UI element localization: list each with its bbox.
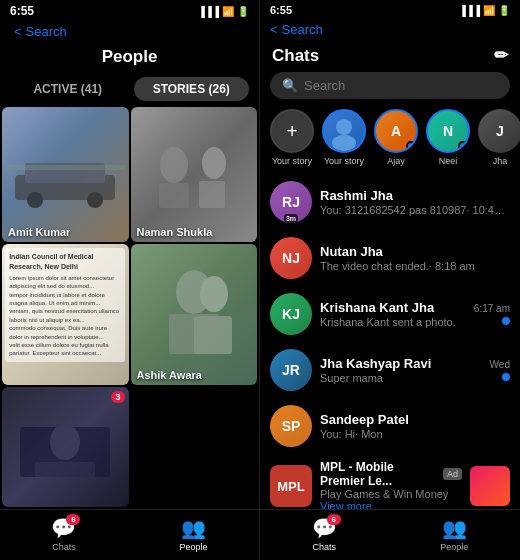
story-add[interactable]: + Your story [270,109,314,166]
chat-info-nutan: Nutan Jha The video chat ended.· 8:18 am [320,244,510,272]
svg-point-16 [336,119,352,135]
svg-point-3 [87,192,103,208]
search-input[interactable] [304,78,498,93]
nav-chats-right[interactable]: 💬 Chats 6 [312,516,337,552]
svg-rect-7 [159,183,189,208]
person-card-2[interactable]: Naman Shukla [131,107,258,242]
chat-info-kashyap: Jha Kashyap Ravi Super mama [320,356,482,384]
person-card-1[interactable]: Amit Kumar [2,107,129,242]
people-icon-right: 👥 [442,516,467,540]
chat-avatar-nutan: NJ [270,237,312,279]
chat-list: RJ 3m Rashmi Jha You: 3121682542 pas 810… [260,174,520,509]
svg-point-14 [50,424,80,460]
person-card-3[interactable]: Indian Council of Medical Research, New … [2,244,129,384]
svg-point-6 [202,147,226,179]
unread-dot-krishana [502,317,510,325]
story-neei-avatar: N [426,109,470,153]
chat-meta-krishana: 6:17 am [474,303,510,325]
ad-logo-mpl: MPL [270,465,312,507]
nav-people-right[interactable]: 👥 People [440,516,468,552]
story-ajay-label: Ajay [387,156,405,166]
chat-info-sandeep: Sandeep Patel You: Hi· Mon [320,412,510,440]
left-search-top[interactable]: < Search [0,22,259,43]
chat-name-sandeep: Sandeep Patel [320,412,510,427]
right-panel: 6:55 ▐▐▐ 📶 🔋 < Search Chats ✏ 🔍 + Your s… [260,0,520,560]
person-card-4[interactable]: Ashik Awara [131,244,258,384]
right-search-label: Search [282,22,323,37]
svg-point-11 [200,276,228,312]
tab-active[interactable]: ACTIVE (41) [10,77,126,101]
unread-dot-kashyap [502,373,510,381]
chat-time-badge-rashmi: 3m [284,214,298,223]
person-name-2: Naman Shukla [137,226,213,238]
card-img-3: Indian Council of Medical Research, New … [2,244,129,384]
svg-point-17 [332,135,356,151]
nav-chats-label-left: Chats [52,542,76,552]
ad-link[interactable]: View more [320,500,462,509]
people-grid: Amit Kumar Naman Shukla Indian Council o… [0,105,259,509]
tab-stories[interactable]: STORIES (26) [134,77,250,101]
story-jha[interactable]: J Jha [478,109,520,166]
chat-item-nutan[interactable]: NJ Nutan Jha The video chat ended.· 8:18… [260,230,520,286]
story-jha-avatar: J [478,109,520,153]
chat-meta-kashyap: Wed [490,359,510,381]
chat-time-kashyap: Wed [490,359,510,370]
chat-item-kashyap[interactable]: JR Jha Kashyap Ravi Super mama Wed [260,342,520,398]
chat-item-mpl[interactable]: MPL MPL - Mobile Premier Le... Ad Play G… [260,454,520,509]
person-card-5[interactable]: 3 [2,387,129,507]
right-search-top[interactable]: < Search [260,20,520,41]
signal-icon: ▐▐▐ [198,6,219,17]
story-neei[interactable]: N Neei [426,109,470,166]
chat-avatar-sandeep: SP [270,405,312,447]
battery-icon: 🔋 [237,6,249,17]
story-add-avatar: + [270,109,314,153]
story-your-avatar [322,109,366,153]
chat-preview-kashyap: Super mama [320,372,482,384]
chat-preview-sandeep: You: Hi· Mon [320,428,510,440]
ad-info-mpl: MPL - Mobile Premier Le... Ad Play Games… [320,460,462,509]
chat-avatar-rashmi: RJ 3m [270,181,312,223]
svg-point-5 [160,147,188,183]
chat-item-rashmi[interactable]: RJ 3m Rashmi Jha You: 3121682542 pas 810… [260,174,520,230]
person-name-4: Ashik Awara [137,369,202,381]
left-search-label: Search [26,24,67,39]
chats-badge-right: 6 [327,514,341,525]
ad-name-row: MPL - Mobile Premier Le... Ad [320,460,462,488]
chat-avatar-kashyap: JR [270,349,312,391]
story-ajay[interactable]: A Ajay [374,109,418,166]
nav-chats-left[interactable]: 💬 Chats 6 [51,516,76,552]
left-search-icon: < [14,24,22,39]
right-back-icon: < [270,22,278,37]
chats-badge-left: 6 [66,514,80,525]
story-your[interactable]: Your story [322,109,366,166]
tabs-row: ACTIVE (41) STORIES (26) [0,73,259,105]
left-panel: 6:55 ▐▐▐ 📶 🔋 < Search People ACTIVE (41)… [0,0,260,560]
nav-people-left[interactable]: 👥 People [179,516,207,552]
left-bottom-nav: 💬 Chats 6 👥 People [0,509,259,560]
nav-people-label-right: People [440,542,468,552]
chat-info-rashmi: Rashmi Jha You: 3121682542 pas 810987· 1… [320,188,510,216]
card-img-4 [131,244,258,384]
compose-icon[interactable]: ✏ [494,45,508,66]
chat-name-krishana: Krishana Kant Jha [320,300,466,315]
search-icon: 🔍 [282,78,298,93]
story-neei-label: Neei [439,156,458,166]
chat-item-krishana[interactable]: KJ Krishana Kant Jha Krishana Kant sent … [260,286,520,342]
svg-rect-15 [35,462,95,477]
story-jha-label: Jha [493,156,508,166]
r-signal-icon: ▐▐▐ [459,5,480,16]
chat-preview-krishana: Krishana Kant sent a photo. [320,316,466,328]
chat-name-nutan: Nutan Jha [320,244,510,259]
people-icon-left: 👥 [181,516,206,540]
ad-name-mpl: MPL - Mobile Premier Le... [320,460,439,488]
story-ajay-dot [406,141,416,151]
ad-badge: Ad [443,468,462,480]
card-img-2 [131,107,258,242]
right-page-title: Chats [272,46,319,66]
r-battery-icon: 🔋 [498,5,510,16]
svg-rect-4 [5,165,125,170]
svg-rect-12 [194,316,232,354]
ad-thumb [470,466,510,506]
chat-item-sandeep[interactable]: SP Sandeep Patel You: Hi· Mon [260,398,520,454]
card-img-1 [2,107,129,242]
